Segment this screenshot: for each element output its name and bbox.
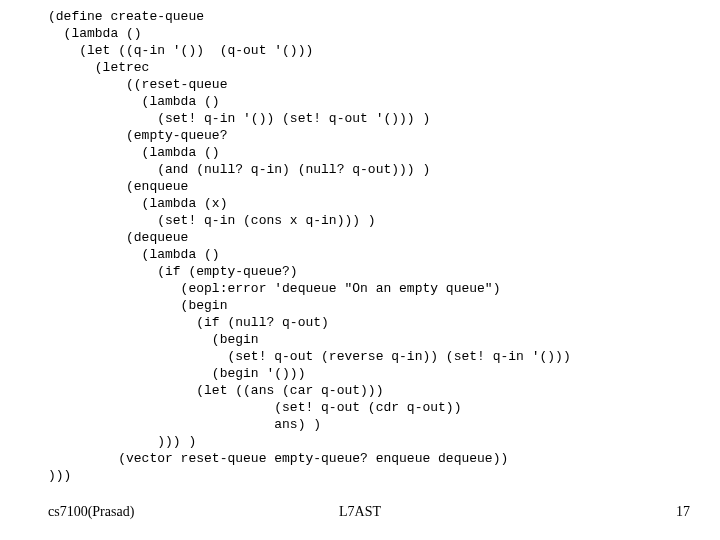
code-line: (set! q-in '()) (set! q-out '())) ) [48,111,430,126]
code-line: ans) ) [48,417,321,432]
code-line: (define create-queue [48,9,204,24]
code-line: (let ((ans (car q-out))) [48,383,383,398]
code-line: (begin '())) [48,366,305,381]
code-line: (lambda () [48,26,142,41]
code-line: ))) ) [48,434,196,449]
code-line: (if (null? q-out) [48,315,329,330]
footer-center: L7AST [0,504,720,520]
code-line: (empty-queue? [48,128,227,143]
code-line: (begin [48,298,227,313]
code-line: (set! q-in (cons x q-in))) ) [48,213,376,228]
code-line: (dequeue [48,230,188,245]
code-line: (letrec [48,60,149,75]
code-line: ((reset-queue [48,77,227,92]
code-line: (vector reset-queue empty-queue? enqueue… [48,451,508,466]
slide: (define create-queue (lambda () (let ((q… [0,0,720,540]
code-line: (set! q-out (reverse q-in)) (set! q-in '… [48,349,571,364]
code-line: (lambda () [48,247,220,262]
code-line: (lambda (x) [48,196,227,211]
code-line: (lambda () [48,145,220,160]
code-line: (begin [48,332,259,347]
code-block: (define create-queue (lambda () (let ((q… [48,8,571,484]
footer-right: 17 [676,504,690,520]
code-line: (enqueue [48,179,188,194]
code-line: (if (empty-queue?) [48,264,298,279]
code-line: (lambda () [48,94,220,109]
code-line: (eopl:error 'dequeue "On an empty queue"… [48,281,500,296]
code-line: (let ((q-in '()) (q-out '())) [48,43,313,58]
code-line: (set! q-out (cdr q-out)) [48,400,461,415]
code-line: (and (null? q-in) (null? q-out))) ) [48,162,430,177]
code-line: ))) [48,468,71,483]
